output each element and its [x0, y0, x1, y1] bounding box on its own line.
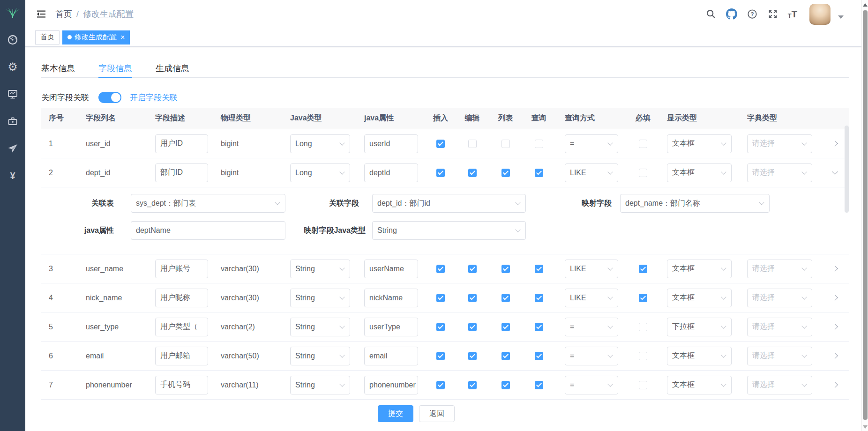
field-desc-input[interactable]: 部门ID — [155, 163, 208, 182]
help-icon[interactable]: ? — [747, 8, 758, 20]
scrollbar-thumb[interactable] — [863, 10, 868, 420]
rel-field-select[interactable]: dept_id：部门id — [372, 194, 526, 213]
dict-type-select[interactable]: 请选择 — [747, 260, 812, 278]
java-type-select[interactable]: Long — [290, 163, 350, 182]
list-checkbox[interactable] — [501, 381, 510, 389]
query-checkbox[interactable] — [535, 169, 543, 177]
expand-row-icon[interactable] — [832, 266, 838, 272]
edit-checkbox[interactable] — [468, 294, 477, 302]
edit-checkbox[interactable] — [468, 381, 477, 389]
insert-checkbox[interactable] — [436, 140, 445, 148]
display-type-select[interactable]: 文本框 — [667, 289, 732, 307]
list-checkbox[interactable] — [501, 323, 510, 331]
user-menu[interactable] — [809, 4, 844, 25]
list-checkbox[interactable] — [501, 169, 510, 177]
display-type-select[interactable]: 文本框 — [667, 163, 732, 182]
dict-type-select[interactable]: 请选择 — [747, 376, 812, 394]
query-type-select[interactable]: = — [565, 134, 618, 153]
query-type-select[interactable]: = — [565, 376, 618, 394]
github-icon[interactable] — [726, 8, 737, 20]
list-checkbox[interactable] — [501, 265, 510, 273]
sidebar-item-system[interactable]: ⚙ — [0, 53, 25, 81]
expand-row-icon[interactable] — [832, 141, 838, 147]
java-type-select[interactable]: String — [290, 347, 350, 365]
scrollbar-down-arrow[interactable] — [863, 425, 868, 429]
map-java-type-select[interactable]: String — [372, 221, 526, 240]
java-type-select[interactable]: Long — [290, 134, 350, 153]
field-desc-input[interactable]: 用户类型（ — [155, 318, 208, 336]
tag-close-icon[interactable]: × — [120, 34, 125, 41]
java-prop-input[interactable]: nickName — [364, 289, 418, 307]
expand-row-icon[interactable] — [832, 324, 838, 330]
sidebar-toggle-button[interactable] — [36, 8, 47, 20]
query-checkbox[interactable] — [535, 381, 543, 389]
display-type-select[interactable]: 文本框 — [667, 376, 732, 394]
submit-button[interactable]: 提交 — [378, 405, 413, 422]
java-prop-input[interactable]: userType — [364, 318, 418, 336]
field-desc-input[interactable]: 用户账号 — [155, 260, 208, 278]
java-type-select[interactable]: String — [290, 318, 350, 336]
expand-row-icon[interactable] — [832, 295, 838, 301]
required-checkbox[interactable] — [639, 294, 647, 302]
insert-checkbox[interactable] — [436, 294, 445, 302]
table-scrollbar-thumb[interactable] — [845, 126, 849, 213]
sidebar-item-tool[interactable] — [0, 108, 25, 135]
list-checkbox[interactable] — [501, 352, 510, 360]
query-type-select[interactable]: = — [565, 347, 618, 365]
required-checkbox[interactable] — [639, 352, 647, 360]
tab-field-info[interactable]: 字段信息 — [98, 59, 132, 78]
query-checkbox[interactable] — [535, 140, 543, 148]
sub-java-prop-input[interactable]: deptName — [131, 221, 285, 240]
display-type-select[interactable]: 文本框 — [667, 347, 732, 365]
insert-checkbox[interactable] — [436, 352, 445, 360]
field-relation-toggle[interactable] — [98, 92, 121, 103]
map-field-select[interactable]: dept_name：部门名称 — [620, 194, 770, 213]
query-type-select[interactable]: LIKE — [565, 260, 618, 278]
display-type-select[interactable]: 文本框 — [667, 260, 732, 278]
required-checkbox[interactable] — [639, 323, 647, 331]
sidebar-item-monitor[interactable] — [0, 81, 25, 108]
edit-checkbox[interactable] — [468, 352, 477, 360]
sidebar-item-pay[interactable]: ¥ — [0, 162, 25, 189]
tag-current-page[interactable]: 修改生成配置 × — [62, 30, 130, 45]
java-type-select[interactable]: String — [290, 376, 350, 394]
edit-checkbox[interactable] — [468, 265, 477, 273]
rel-table-select[interactable]: sys_dept：部门表 — [131, 194, 285, 213]
java-prop-input[interactable]: userName — [364, 260, 418, 278]
query-checkbox[interactable] — [535, 323, 543, 331]
dict-type-select[interactable]: 请选择 — [747, 163, 812, 182]
edit-checkbox[interactable] — [468, 169, 477, 177]
java-prop-input[interactable]: userId — [364, 134, 418, 153]
list-checkbox[interactable] — [501, 294, 510, 302]
display-type-select[interactable]: 文本框 — [667, 134, 732, 153]
dict-type-select[interactable]: 请选择 — [747, 289, 812, 307]
field-desc-input[interactable]: 用户昵称 — [155, 289, 208, 307]
avatar[interactable] — [809, 4, 831, 25]
scrollbar-up-arrow[interactable] — [863, 3, 868, 7]
java-prop-input[interactable]: email — [364, 347, 418, 365]
edit-checkbox[interactable] — [468, 140, 477, 148]
list-checkbox[interactable] — [501, 140, 510, 148]
back-button[interactable]: 返回 — [419, 405, 455, 422]
insert-checkbox[interactable] — [436, 265, 445, 273]
fullscreen-icon[interactable] — [767, 8, 778, 20]
search-icon[interactable] — [705, 8, 717, 20]
java-type-select[interactable]: String — [290, 289, 350, 307]
required-checkbox[interactable] — [639, 381, 647, 389]
app-logo[interactable] — [0, 0, 25, 26]
expand-row-icon[interactable] — [832, 353, 838, 359]
insert-checkbox[interactable] — [436, 169, 445, 177]
tag-home[interactable]: 首页 — [35, 30, 60, 45]
query-checkbox[interactable] — [535, 265, 543, 273]
required-checkbox[interactable] — [639, 140, 647, 148]
sidebar-item-dashboard[interactable] — [0, 26, 25, 53]
insert-checkbox[interactable] — [436, 323, 445, 331]
field-desc-input[interactable]: 手机号码 — [155, 376, 208, 394]
query-checkbox[interactable] — [535, 352, 543, 360]
expand-row-icon[interactable] — [832, 169, 838, 175]
field-desc-input[interactable]: 用户ID — [155, 134, 208, 153]
expand-row-icon[interactable] — [832, 382, 838, 388]
query-checkbox[interactable] — [535, 294, 543, 302]
query-type-select[interactable]: = — [565, 318, 618, 336]
edit-checkbox[interactable] — [468, 323, 477, 331]
